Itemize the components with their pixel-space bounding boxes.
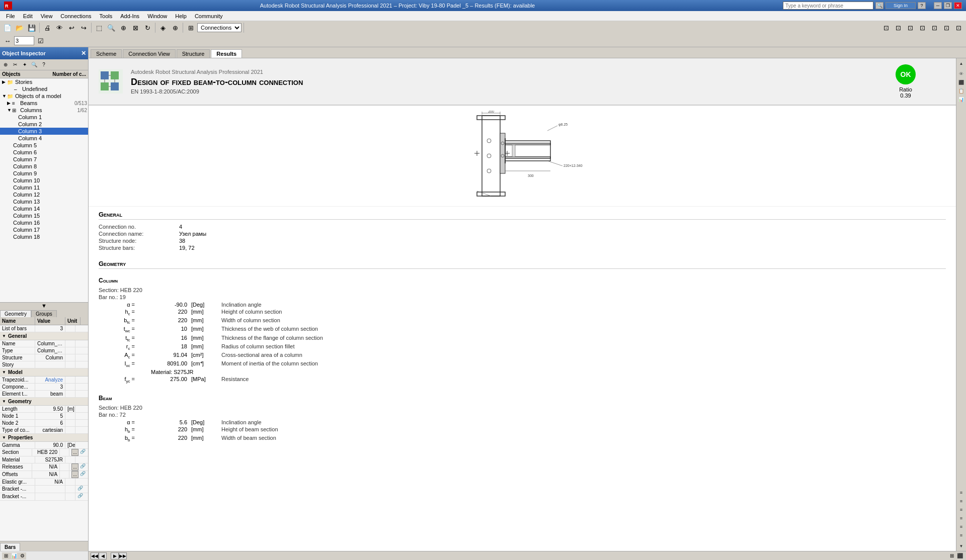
tree-col-17[interactable]: Column 17 xyxy=(0,226,88,233)
display-btn[interactable]: ◈ xyxy=(157,22,169,33)
rt-btn-7[interactable]: ≡ xyxy=(957,506,965,514)
rt-btn-5[interactable]: ≡ xyxy=(957,489,965,497)
rt-btn-2[interactable]: ⬛ xyxy=(957,78,965,86)
right-btn-7[interactable]: ⊡ xyxy=(953,22,964,33)
menu-tools[interactable]: Tools xyxy=(96,12,117,20)
rt-btn-3[interactable]: 📋 xyxy=(957,87,965,95)
tree-col-18[interactable]: Column 18 xyxy=(0,233,88,240)
right-btn-5[interactable]: ⊡ xyxy=(929,22,940,33)
offsets-edit-btn[interactable]: ... xyxy=(71,471,78,478)
connections-dropdown[interactable]: Connections xyxy=(197,23,242,32)
menu-view[interactable]: View xyxy=(37,12,57,20)
nav-next-btn[interactable]: ▶ xyxy=(111,552,119,559)
oi-btn-3[interactable]: ✦ xyxy=(20,60,29,69)
tree-col-1[interactable]: Column 1 xyxy=(0,114,88,121)
tree-col-12[interactable]: Column 12 xyxy=(0,191,88,198)
new-btn[interactable]: 📄 xyxy=(2,22,13,33)
undo-btn[interactable]: ↩ xyxy=(66,22,77,33)
tree-col-16[interactable]: Column 16 xyxy=(0,219,88,226)
snap-btn[interactable]: ⊕ xyxy=(170,22,181,33)
right-btn-6[interactable]: ⊡ xyxy=(941,22,952,33)
rt-btn-10[interactable]: ≡ xyxy=(957,531,965,539)
tab-structure[interactable]: Structure xyxy=(177,49,210,58)
search-btn[interactable]: 🔍 xyxy=(875,2,883,9)
tree-col-14[interactable]: Column 14 xyxy=(0,205,88,212)
tree-col-4[interactable]: Column 4 xyxy=(0,135,88,142)
tree-col-13[interactable]: Column 13 xyxy=(0,198,88,205)
caption-icon-3[interactable]: ⚙ xyxy=(18,552,26,559)
menu-connections[interactable]: Connections xyxy=(56,12,95,20)
panel-close-btn[interactable]: ✕ xyxy=(81,50,86,57)
releases-link[interactable]: 🔗 xyxy=(80,463,87,471)
close-btn[interactable]: ✕ xyxy=(954,2,962,9)
restore-btn[interactable]: ❐ xyxy=(944,2,952,9)
check-btn[interactable]: ☑ xyxy=(35,35,46,46)
tab-groups[interactable]: Groups xyxy=(31,310,57,317)
tree-col-7[interactable]: Column 7 xyxy=(0,156,88,163)
rt-scroll-up[interactable]: ▲ xyxy=(957,59,965,67)
bracket2-link[interactable]: 🔗 xyxy=(77,493,85,500)
oi-btn-2[interactable]: ✂ xyxy=(11,60,20,69)
expand-columns[interactable]: ▼ xyxy=(7,108,12,113)
menu-help[interactable]: Help xyxy=(171,12,191,20)
rt-btn-8[interactable]: ≡ xyxy=(957,514,965,522)
right-btn-1[interactable]: ⊡ xyxy=(880,22,892,33)
select-btn[interactable]: ⬚ xyxy=(94,22,105,33)
report-area[interactable]: Autodesk Robot Structural Analysis Profe… xyxy=(89,58,956,551)
nav-last-btn[interactable]: ▶▶ xyxy=(119,552,127,559)
menu-window[interactable]: Window xyxy=(143,12,171,20)
right-btn-4[interactable]: ⊡ xyxy=(917,22,928,33)
rt-btn-9[interactable]: ≡ xyxy=(957,523,965,531)
sign-in-btn[interactable]: Sign In xyxy=(886,2,916,9)
tree-item-columns[interactable]: ▼ ⊞ Columns 1/62 xyxy=(0,107,88,114)
mode-btn[interactable]: ↔ xyxy=(2,35,13,46)
expand-model[interactable]: ▼ xyxy=(2,94,7,99)
tree-col-2[interactable]: Column 2 xyxy=(0,121,88,128)
releases-edit-btn[interactable]: ... xyxy=(71,463,78,471)
nav-prev-btn[interactable]: ◀ xyxy=(99,552,107,559)
expand-beams[interactable]: ▶ xyxy=(7,101,12,106)
section-edit-btn[interactable]: ... xyxy=(71,449,78,456)
nav-icon-1[interactable]: ⊞ xyxy=(948,552,956,559)
tree-area[interactable]: ▶ 📁 Stories – Undefined ▼ 📁 Objects of a… xyxy=(0,78,88,302)
right-btn-3[interactable]: ⊡ xyxy=(905,22,916,33)
bracket1-link[interactable]: 🔗 xyxy=(77,486,85,493)
menu-community[interactable]: Community xyxy=(191,12,227,20)
rt-btn-6[interactable]: ≡ xyxy=(957,497,965,505)
right-btn-2[interactable]: ⊡ xyxy=(893,22,904,33)
menu-addins[interactable]: Add-Ins xyxy=(116,12,143,20)
tree-col-9[interactable]: Column 9 xyxy=(0,170,88,177)
tree-col-5[interactable]: Column 5 xyxy=(0,142,88,149)
search-input[interactable] xyxy=(783,2,873,10)
caption-icon-2[interactable]: 📊 xyxy=(10,552,18,559)
oi-btn-1[interactable]: ⊕ xyxy=(1,60,10,69)
tree-item-undefined[interactable]: – Undefined xyxy=(0,85,88,92)
redo-btn[interactable]: ↪ xyxy=(78,22,89,33)
nav-icon-2[interactable]: ⬛ xyxy=(956,552,964,559)
tree-col-15[interactable]: Column 15 xyxy=(0,212,88,219)
help-btn[interactable]: ? xyxy=(918,2,926,9)
menu-edit[interactable]: Edit xyxy=(19,12,37,20)
tree-col-11[interactable]: Column 11 xyxy=(0,184,88,191)
expand-stories[interactable]: ▶ xyxy=(2,79,7,84)
rotate-btn[interactable]: ↻ xyxy=(142,22,153,33)
print-prev[interactable]: 👁 xyxy=(54,22,65,33)
connections-icon[interactable]: ⊞ xyxy=(185,22,196,33)
rt-btn-4[interactable]: 📊 xyxy=(957,96,965,104)
print-btn[interactable]: 🖨 xyxy=(42,22,53,33)
rt-btn-1[interactable]: 👁 xyxy=(957,70,965,78)
tree-col-3[interactable]: Column 3 xyxy=(0,128,88,135)
rt-scroll-down[interactable]: ▼ xyxy=(957,542,965,550)
oi-btn-5[interactable]: ? xyxy=(39,60,48,69)
tree-item-stories[interactable]: ▶ 📁 Stories xyxy=(0,78,88,85)
scroll-down-arrow[interactable]: ▼ xyxy=(0,302,88,308)
caption-icon-1[interactable]: ⊞ xyxy=(2,552,10,559)
zoom-btn[interactable]: 🔍 xyxy=(106,22,117,33)
section-link[interactable]: 🔗 xyxy=(80,449,87,456)
tab-results[interactable]: Results xyxy=(211,49,242,58)
tab-connection-view[interactable]: Connection View xyxy=(123,49,175,58)
tab-scheme[interactable]: Scheme xyxy=(91,49,122,58)
tree-item-model[interactable]: ▼ 📁 Objects of a model xyxy=(0,92,88,100)
save-btn[interactable]: 💾 xyxy=(26,22,37,33)
nav-first-btn[interactable]: ◀◀ xyxy=(91,552,99,559)
